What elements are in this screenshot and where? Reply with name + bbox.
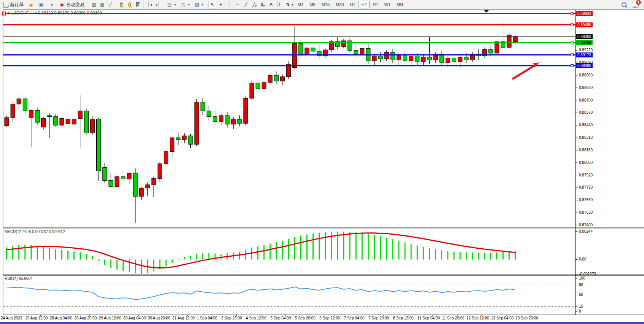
notifications-button[interactable]: 1 — [630, 1, 644, 8]
toolbar: 新订单 ◆ ▣ ● ◉ 自动交易 ▥ ▦ ╱ + − — [0, 0, 644, 10]
profiles-button[interactable]: ◷▾ — [179, 1, 191, 8]
macd-histogram-bar — [43, 246, 44, 259]
macd-histogram-bar — [502, 252, 504, 260]
label-tool-button[interactable]: T — [276, 1, 283, 8]
toolbar-group-trade: 新订单 ◆ ▣ ● ◉ 自动交易 — [0, 0, 88, 9]
text-label-icon: T — [277, 2, 281, 7]
macd-histogram-bar — [196, 254, 197, 260]
timeframe-button-d1[interactable]: D1 — [370, 1, 381, 8]
line-handle[interactable] — [571, 65, 573, 67]
line-handle[interactable] — [571, 54, 573, 56]
macd-histogram-bar — [276, 242, 277, 259]
chart-canvas[interactable] — [0, 10, 644, 324]
macd-tick-label: 0.00244 — [579, 229, 593, 233]
macd-histogram-bar — [386, 238, 387, 260]
bar-chart-button[interactable]: ▥ — [90, 1, 97, 8]
price-tick-label: 0.87660 — [579, 198, 593, 202]
trendline-tool-button[interactable]: ╱ — [242, 1, 250, 8]
candle-body — [305, 48, 309, 54]
macd-histogram-bar — [343, 232, 344, 260]
macd-histogram-bar — [472, 253, 473, 259]
profile-button[interactable]: ▣ — [37, 1, 46, 8]
macd-histogram-bar — [405, 242, 406, 259]
macd-histogram-bar — [484, 253, 485, 260]
time-axis-label: 30 Aug 20:00 — [148, 316, 170, 320]
macd-histogram-bar — [282, 241, 283, 259]
line-chart-button[interactable]: ╱ — [107, 1, 114, 8]
candle-body — [274, 75, 278, 81]
candle-body — [84, 111, 88, 133]
macd-histogram-bar — [153, 260, 154, 272]
price-tick-label: 0.88700 — [579, 98, 593, 102]
price-tick-label: 0.87790 — [579, 185, 593, 189]
crosshair-tool-button[interactable]: + — [217, 1, 225, 8]
time-axis-label: 7 Sep 04:00 — [344, 316, 365, 320]
candle-body — [11, 104, 15, 118]
line-left-handle[interactable] — [2, 12, 5, 15]
zoom-in-button[interactable]: + — [118, 1, 125, 8]
timeframe-button-m15[interactable]: M15 — [319, 1, 332, 8]
horizontal-line-tool-button[interactable]: ─ — [234, 1, 241, 8]
price-axis-badge: 0.89603 — [576, 11, 593, 16]
price-axis-badge: 0.89486 — [576, 22, 593, 27]
symbol-dropdown-icon: ▼ — [7, 11, 10, 15]
candle-body — [54, 117, 58, 125]
autotrade-button[interactable]: ◉ 自动交易 — [57, 1, 86, 8]
vertical-line-tool-button[interactable]: │ — [225, 1, 233, 8]
signal-button[interactable]: ● — [47, 1, 56, 8]
candle-body — [182, 136, 187, 140]
timeframe-button-w1[interactable]: W1 — [382, 1, 394, 8]
time-axis-label: 5 Sep 04:00 — [270, 316, 291, 320]
line-handle[interactable] — [571, 42, 573, 44]
cursor-tool-button[interactable]: ↖ — [209, 1, 216, 8]
autoscroll-button[interactable]: │◂ — [145, 1, 153, 8]
fibonacci-tool-button[interactable]: ≡F — [259, 1, 266, 8]
timeframe-button-mn[interactable]: MN — [394, 1, 406, 8]
search-button[interactable] — [619, 1, 629, 8]
chevron-down-icon: ▾ — [174, 3, 176, 6]
macd-histogram-bar — [184, 257, 185, 259]
candle-body — [176, 138, 180, 140]
candle-body — [342, 41, 346, 46]
timeframe-button-h4[interactable]: H4 — [359, 1, 369, 8]
time-axis-label: 25 Aug 12:00 — [25, 316, 48, 320]
macd-histogram-bar — [116, 260, 118, 270]
text-icon: A — [269, 2, 273, 8]
tile-windows-button[interactable] — [134, 1, 142, 8]
line-handle[interactable] — [571, 24, 573, 26]
chart-shift-button[interactable]: ▸│ — [154, 1, 161, 8]
macd-indicator-label: MACD(12,26,9) 0.000767 0.000612 — [5, 230, 65, 234]
macd-histogram-bar — [368, 234, 369, 259]
timeframe-button-h1[interactable]: H1 — [347, 1, 358, 8]
autotrade-label: 自动交易 — [66, 2, 84, 8]
chart-title: ▼USDCHF-,H4 0.89323 0.89370 0.89306 0.89… — [7, 11, 102, 15]
timeframe-button-m5[interactable]: M5 — [307, 1, 318, 8]
macd-histogram-bar — [61, 249, 62, 259]
macd-histogram-bar — [24, 245, 26, 259]
timeframe-button-m30[interactable]: M30 — [333, 1, 346, 8]
candlestick-button[interactable]: ▦ — [98, 1, 106, 8]
candle-body — [188, 136, 193, 145]
candle-body — [268, 75, 272, 83]
macd-histogram-bar — [312, 233, 314, 260]
new-chart-button[interactable]: ▤▾ — [165, 1, 178, 8]
macd-histogram-bar — [288, 239, 289, 260]
candle-body — [151, 178, 156, 184]
chart-area[interactable]: ▼USDCHF-,H4 0.89323 0.89370 0.89306 0.89… — [0, 10, 644, 324]
timeframe-button-m1[interactable]: M1 — [295, 1, 306, 8]
fibonacci-icon: ≡F — [261, 2, 265, 8]
text-tool-button[interactable]: A — [267, 1, 275, 8]
arrows-tool-button[interactable]: ⇅▾ — [284, 1, 292, 8]
candle-body — [464, 57, 469, 60]
macd-histogram-bar — [141, 260, 142, 275]
channel-tool-button[interactable]: ╱E — [250, 1, 258, 8]
candle-body — [446, 58, 450, 63]
macd-histogram-bar — [490, 253, 491, 259]
arrows-icon: ⇅ — [286, 2, 290, 8]
new-order-button[interactable]: 新订单 — [2, 1, 26, 8]
zoom-out-button[interactable]: − — [126, 1, 134, 8]
line-handle[interactable] — [571, 13, 573, 15]
candle-body — [225, 116, 230, 124]
indicators-button[interactable]: ▨▾ — [192, 1, 205, 8]
seal-button[interactable]: ◆ — [26, 1, 36, 8]
